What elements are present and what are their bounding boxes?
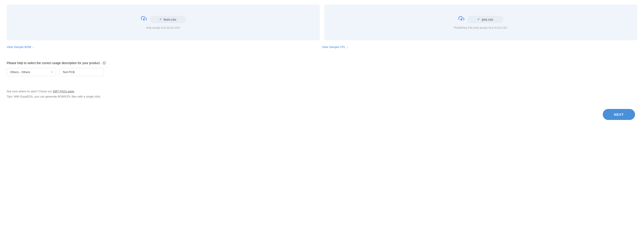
bom-upload-hint: Only accept XLS,XLSX,CSV.	[146, 26, 180, 29]
bom-upload-card: ✓ bom.csv Only accept XLS,XLSX,CSV.	[7, 5, 320, 40]
bom-file-badge: ✓ bom.csv	[150, 16, 186, 23]
bottom-bar: NEXT	[7, 109, 637, 120]
cpl-upload-card: ✓ pos.csv Pick&Place File,Only accept XL…	[324, 5, 637, 40]
view-sample-cpl-icon: ↓	[347, 45, 348, 49]
sample-right: View Sample CPL ↓	[322, 45, 637, 55]
usage-dropdown[interactable]: Others - Others ▾	[7, 68, 56, 76]
cpl-upload-hint: Pick&Place File,Only accept XLS,XLSX,CSV…	[454, 26, 508, 29]
tips-line1: Not sure where to start? Check our SMT F…	[7, 90, 637, 93]
bom-check-icon: ✓	[159, 18, 162, 21]
bom-upload-icon[interactable]	[141, 16, 147, 23]
usage-label-row: Please help to select the correct usage …	[7, 61, 637, 65]
view-sample-bom-link[interactable]: View Sample BOM ↓	[7, 45, 34, 49]
product-name-input[interactable]	[59, 68, 104, 76]
bom-upload-row: ✓ bom.csv	[141, 16, 186, 23]
cpl-upload-row: ✓ pos.csv	[458, 16, 503, 23]
usage-label-text: Please help to select the correct usage …	[7, 61, 100, 65]
tips-suffix: .	[74, 90, 75, 93]
view-sample-bom-label: View Sample BOM	[7, 45, 31, 49]
upload-section: ✓ bom.csv Only accept XLS,XLSX,CSV. ✓ po…	[7, 5, 637, 40]
cpl-file-badge: ✓ pos.csv	[468, 16, 503, 23]
cpl-upload-icon[interactable]	[458, 16, 464, 23]
cpl-file-name: pos.csv	[482, 18, 493, 21]
sample-left: View Sample BOM ↓	[7, 45, 322, 55]
help-icon[interactable]: ?	[102, 61, 106, 65]
next-button[interactable]: NEXT	[603, 109, 635, 120]
tips-prefix: Not sure where to start? Check our	[7, 90, 53, 93]
tips-line2: Tips: With EasyEDA, you can generate BOM…	[7, 95, 637, 98]
usage-section: Please help to select the correct usage …	[7, 61, 637, 76]
usage-dropdown-value: Others - Others	[10, 70, 30, 74]
smt-faqs-link[interactable]: SMT FAQs page	[53, 90, 74, 93]
tips-section: Not sure where to start? Check our SMT F…	[7, 90, 637, 100]
bom-file-name: bom.csv	[164, 18, 176, 21]
cpl-check-icon: ✓	[477, 18, 480, 21]
sample-links-row: View Sample BOM ↓ View Sample CPL ↓	[7, 45, 637, 55]
chevron-down-icon: ▾	[51, 71, 53, 74]
view-sample-cpl-label: View Sample CPL	[322, 45, 346, 49]
usage-controls: Others - Others ▾	[7, 68, 637, 76]
view-sample-cpl-link[interactable]: View Sample CPL ↓	[322, 45, 348, 49]
view-sample-bom-icon: ↓	[32, 45, 34, 49]
